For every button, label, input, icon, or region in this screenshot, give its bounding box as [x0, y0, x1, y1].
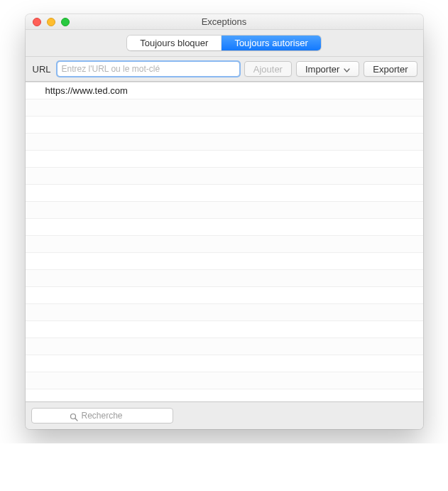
- import-button[interactable]: Importer: [296, 61, 359, 77]
- list-item-empty: [26, 372, 423, 389]
- list-item-empty: [26, 151, 423, 168]
- search-input[interactable]: [31, 408, 173, 423]
- list-item-empty: [26, 304, 423, 321]
- search-wrap: [31, 408, 173, 423]
- list-item-empty: [26, 253, 423, 270]
- export-button[interactable]: Exporter: [364, 61, 417, 77]
- minimize-window-button[interactable]: [47, 18, 55, 26]
- add-button[interactable]: Ajouter: [244, 61, 292, 77]
- url-toolbar: URL Ajouter Importer Exporter: [26, 57, 423, 82]
- list-item-empty: [26, 389, 423, 401]
- list-item-empty: [26, 202, 423, 219]
- list-item-empty: [26, 168, 423, 185]
- list-item-empty: [26, 117, 423, 134]
- url-label: URL: [31, 64, 53, 75]
- tab-always-allow[interactable]: Toujours autoriser: [222, 36, 320, 50]
- footer: [26, 401, 423, 429]
- exceptions-window: Exceptions Toujours bloquer Toujours aut…: [26, 14, 423, 429]
- tab-bar: Toujours bloquer Toujours autoriser: [26, 30, 423, 57]
- segmented-control: Toujours bloquer Toujours autoriser: [127, 36, 320, 50]
- traffic-lights: [33, 18, 70, 26]
- list-item-empty: [26, 236, 423, 253]
- window-title: Exceptions: [26, 16, 423, 27]
- chevron-down-icon: [344, 64, 350, 75]
- import-button-label: Importer: [305, 64, 339, 75]
- list-item-empty: [26, 185, 423, 202]
- list-item-url: https://www.ted.com: [45, 85, 128, 96]
- titlebar: Exceptions: [26, 14, 423, 30]
- url-input[interactable]: [57, 61, 240, 77]
- list-item[interactable]: https://www.ted.com: [26, 82, 423, 99]
- close-window-button[interactable]: [33, 18, 41, 26]
- tab-always-block[interactable]: Toujours bloquer: [127, 36, 222, 50]
- list-item-empty: [26, 287, 423, 304]
- list-item-empty: [26, 219, 423, 236]
- list-item-empty: [26, 134, 423, 151]
- url-list[interactable]: https://www.ted.com: [26, 82, 423, 401]
- list-item-empty: [26, 321, 423, 338]
- list-item-empty: [26, 270, 423, 287]
- list-item-empty: [26, 355, 423, 372]
- maximize-window-button[interactable]: [61, 18, 70, 26]
- list-item-empty: [26, 338, 423, 355]
- list-item-empty: [26, 99, 423, 117]
